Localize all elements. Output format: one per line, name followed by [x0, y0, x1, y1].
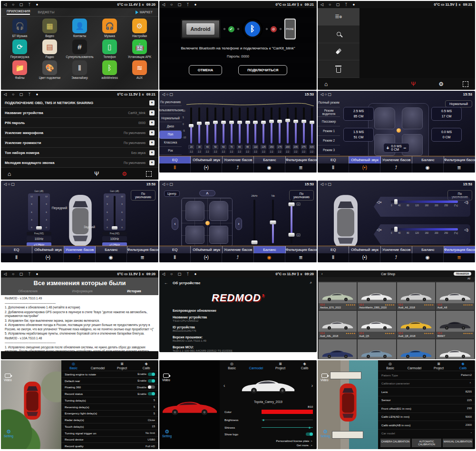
- eq-preset[interactable]: Нормальный: [159, 114, 182, 122]
- audio-tab-icon[interactable]: ≣: [444, 163, 475, 173]
- cam-tab[interactable]: ◎Basic: [378, 362, 402, 370]
- audio-tab[interactable]: Усиление басов: [64, 246, 96, 253]
- sub-gain-slider[interactable]: 7db Sub Gain: [272, 200, 274, 243]
- car-card[interactable]: V3.0★★★★★ BMW7: [436, 311, 474, 338]
- toggle[interactable]: [148, 392, 155, 395]
- audio-tab[interactable]: EQ: [318, 246, 349, 253]
- car-card[interactable]: V3.0★★★★★ Aeolus_E70_2022: [319, 282, 357, 310]
- cam-setting-row[interactable]: Emergency light delay(s) 5: [61, 410, 158, 417]
- freq-option[interactable]: 100Hz: [102, 236, 127, 241]
- settings-button[interactable]: ⚙: [122, 171, 127, 177]
- setting-button[interactable]: ⚙Setting: [321, 429, 330, 438]
- setting-button[interactable]: ⚙Setting: [4, 429, 13, 438]
- toggle[interactable]: [148, 385, 155, 389]
- surround-mode[interactable]: Режим 3: [318, 145, 340, 155]
- upper-knob[interactable]: [289, 202, 295, 206]
- audio-tab-icon[interactable]: ≣: [285, 163, 317, 173]
- audio-tab[interactable]: EQ: [318, 156, 349, 163]
- audio-tab-icon[interactable]: ⤴: [222, 163, 253, 173]
- audio-tab-icon[interactable]: ⫴: [159, 253, 191, 262]
- delay-chip-front-right[interactable]: 0.5 MS 17 CM: [431, 107, 462, 121]
- color-swatch[interactable]: [262, 410, 313, 414]
- plus-button[interactable]: +: [387, 145, 389, 151]
- brightness-knob[interactable]: [262, 419, 264, 421]
- eq-slider-knob[interactable]: [293, 120, 298, 123]
- calib-row[interactable]: Car model ˇ: [378, 429, 475, 438]
- settings-row[interactable]: PIN пароль 0000 ▼: [1, 118, 158, 128]
- center-button[interactable]: Центр: [164, 191, 180, 197]
- rear-gain-slider[interactable]: Gain (dB) 129630 129630 Freq (HZ) 100Hz<…: [99, 190, 130, 254]
- minus-chip[interactable]: −: [296, 233, 301, 237]
- nav-icon[interactable]: ●: [36, 92, 38, 96]
- dropdown-icon[interactable]: ▼: [149, 110, 155, 115]
- car-card[interactable]: V3.0★★★★★ Audi_A6_2018: [397, 282, 435, 310]
- nav-icon[interactable]: ᛉ: [187, 2, 189, 7]
- app-icon[interactable]: ⫴ Эквалайзер: [65, 60, 95, 79]
- app-icon[interactable]: 📁 Файлы: [5, 60, 35, 79]
- nav-icon[interactable]: ▢: [19, 2, 23, 7]
- app-icon[interactable]: ⟳ Перезагрузка: [5, 39, 35, 58]
- audio-tab[interactable]: EQ: [159, 156, 191, 163]
- audio-tab-icon[interactable]: ⤴: [380, 163, 412, 173]
- audio-tab-icon[interactable]: ⤴: [64, 253, 95, 262]
- minus-button[interactable]: −: [404, 145, 407, 151]
- car-card[interactable]: V3.0★★★★★ Audi_Q8_2018: [397, 311, 435, 338]
- audio-tab[interactable]: Усиление басов: [381, 156, 412, 163]
- cam-setting-row[interactable]: Record device USB0: [61, 436, 158, 443]
- cam-setting-row[interactable]: Floating 360 Disable: [61, 384, 158, 391]
- speaker-icon[interactable]: ◁): [464, 228, 468, 232]
- dropdown-icon[interactable]: ▼: [149, 130, 155, 135]
- audio-tab[interactable]: Фильтрация басов: [444, 246, 475, 253]
- eq-preset[interactable]: По умолчанию: [159, 98, 182, 106]
- app-icon[interactable]: 🤖 Установщик APK: [125, 39, 155, 58]
- audio-tab[interactable]: Объёмный звук: [191, 156, 222, 163]
- eq-preset[interactable]: Поп: [159, 131, 182, 139]
- settings-row[interactable]: Усиление микрофона По умолчанию ▼: [1, 128, 158, 138]
- app-icon[interactable]: ▦ Видео: [35, 19, 65, 38]
- license-plate-link[interactable]: Personalized license plate ＞: [276, 439, 313, 443]
- nav-icon[interactable]: ●: [194, 2, 196, 7]
- audio-tab-icon[interactable]: (•): [32, 253, 64, 262]
- audio-tab[interactable]: Баланс: [254, 156, 285, 163]
- balance-seat-grid[interactable]: [181, 198, 233, 247]
- arrow-right-button[interactable]: ›: [235, 218, 242, 230]
- front-gain-slider[interactable]: Gain (dB) 129630 129630 Freq (HZ) 100Hz<…: [24, 190, 54, 254]
- eq-preset[interactable]: Классика: [159, 139, 182, 147]
- surround-mode[interactable]: Режим водителя: [318, 107, 340, 117]
- about-row[interactable]: Беспроводное обновление: [159, 309, 317, 312]
- nav-icon[interactable]: ▢: [178, 2, 182, 7]
- surround-mode[interactable]: Режим 2: [318, 136, 340, 145]
- audio-tab-icon[interactable]: ≣: [127, 253, 158, 262]
- video-button[interactable]: Video: [162, 374, 170, 382]
- nav-icon[interactable]: ▢: [336, 2, 340, 7]
- mute-icon[interactable]: ◁×: [377, 200, 382, 204]
- nav-icon[interactable]: ●: [194, 272, 196, 276]
- arrow-up-button[interactable]: ˄: [199, 190, 215, 196]
- transfer-button[interactable]: TRANSFER: [454, 272, 471, 276]
- preset-button[interactable]: Нормальный: [445, 100, 472, 107]
- car-card[interactable]: ★★★★★: [436, 339, 474, 359]
- delete-button[interactable]: [318, 60, 359, 78]
- changelog-tab[interactable]: История: [127, 289, 141, 293]
- audio-tab[interactable]: Объёмный звук: [32, 246, 64, 253]
- eq-slider-knob[interactable]: [229, 121, 234, 124]
- nav-icon[interactable]: ○: [170, 2, 173, 7]
- eq-band[interactable]: 150 2.2: [268, 107, 276, 154]
- antenna-button[interactable]: Ψ: [411, 81, 416, 87]
- cam-setting-row[interactable]: Record status Enable: [61, 390, 158, 397]
- audio-tab[interactable]: Объёмный звук: [349, 156, 380, 163]
- delay-chip-center[interactable]: + 0.0 MS 0 CM −: [383, 143, 410, 153]
- eq-band[interactable]: 80 2.2: [235, 107, 243, 154]
- nav-icon[interactable]: ◁: [4, 272, 7, 276]
- nav-icon[interactable]: ◁: [162, 272, 165, 276]
- surround-mode[interactable]: Режим 1: [318, 126, 340, 136]
- cam-setting-row[interactable]: Record quality Full HD: [61, 442, 158, 449]
- eq-slider-knob[interactable]: [277, 120, 282, 123]
- slider-knob[interactable]: [252, 240, 258, 244]
- eq-slider-knob[interactable]: [285, 119, 290, 122]
- eq-slider-knob[interactable]: [301, 120, 306, 123]
- audio-tab-icon[interactable]: (•): [349, 163, 380, 173]
- surround-mode[interactable]: Пассажир: [318, 117, 340, 126]
- eq-band[interactable]: 315 2.2: [308, 107, 316, 154]
- mute-icon[interactable]: ◁×: [377, 228, 382, 232]
